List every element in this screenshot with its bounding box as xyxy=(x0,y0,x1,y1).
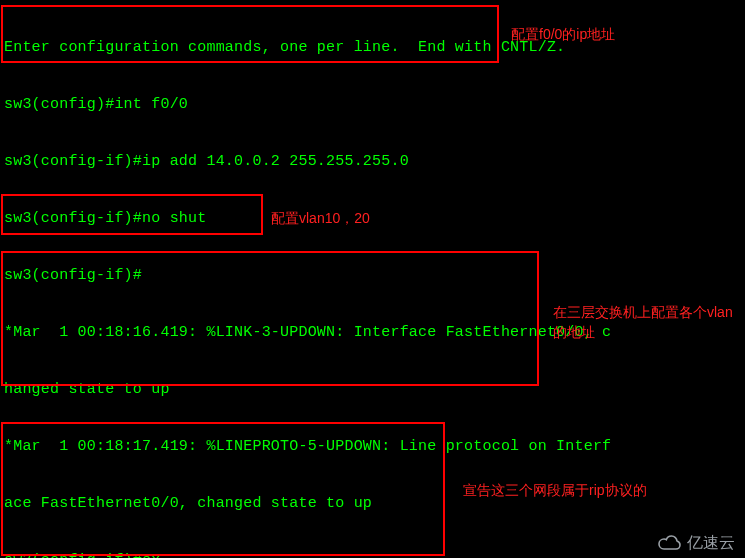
terminal-output: Enter configuration commands, one per li… xyxy=(0,0,745,558)
terminal-line: sw3(config-if)# xyxy=(4,266,745,285)
terminal-line: *Mar 1 00:18:17.419: %LINEPROTO-5-UPDOWN… xyxy=(4,437,745,456)
annotation-interface-ip: 配置f0/0的ip地址 xyxy=(511,24,711,44)
terminal-line: hanged state to up xyxy=(4,380,745,399)
watermark-text: 亿速云 xyxy=(687,533,735,552)
annotation-vlan-create: 配置vlan10，20 xyxy=(271,208,471,228)
annotation-vlan-ip: 在三层交换机上配置各个vlan的地址 xyxy=(553,302,741,342)
terminal-line: sw3(config-if)#ip add 14.0.0.2 255.255.2… xyxy=(4,152,745,171)
terminal-line: sw3(config-if)#ex xyxy=(4,551,745,558)
watermark: 亿速云 xyxy=(657,533,735,552)
terminal-line: sw3(config)#int f0/0 xyxy=(4,95,745,114)
annotation-rip-networks: 宣告这三个网段属于rip协议的 xyxy=(463,480,723,500)
cloud-icon xyxy=(657,534,683,552)
